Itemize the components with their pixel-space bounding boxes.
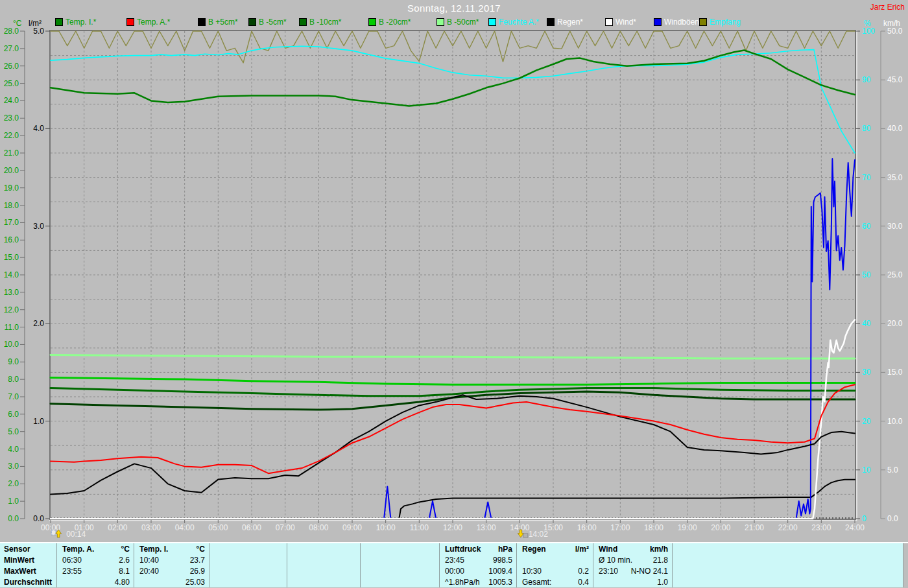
cell-label: 20:40	[139, 567, 159, 576]
svg-text:21.0: 21.0	[4, 148, 19, 158]
cell-value: 998.5	[493, 556, 512, 565]
table-header-cell: Temp. A.°C	[57, 543, 134, 554]
table-cell	[209, 565, 287, 576]
svg-text:40.0: 40.0	[887, 124, 903, 133]
table-cell	[287, 565, 361, 576]
table-header-cell: Windkm/h	[593, 543, 673, 554]
svg-text:13.0: 13.0	[4, 288, 19, 297]
svg-text:15.0: 15.0	[4, 253, 19, 262]
svg-text:04:00: 04:00	[175, 523, 195, 532]
svg-text:06:00: 06:00	[242, 523, 261, 532]
svg-text:09:00: 09:00	[342, 523, 362, 532]
table-header-cell	[209, 543, 287, 554]
table-cell	[287, 554, 361, 565]
table-cell: Gesamt:0.4	[517, 576, 593, 587]
cell-label: 23:55	[62, 567, 82, 576]
svg-text:17:00: 17:00	[610, 523, 630, 532]
cell-value: l/m²	[575, 545, 589, 554]
svg-text:21:00: 21:00	[745, 523, 764, 532]
table-cell: Ø 10 min.21.8	[593, 554, 673, 565]
table-header-cell: Regenl/m²	[517, 543, 593, 554]
series-wind	[51, 320, 855, 519]
cell-value: 1.0	[657, 578, 668, 587]
cell-label: 10:30	[522, 567, 542, 576]
svg-text:10.0: 10.0	[4, 340, 19, 349]
cell-label: Temp. I.	[139, 545, 168, 554]
cell-label: 23:10	[599, 567, 618, 576]
svg-text:10:00: 10:00	[376, 523, 396, 532]
svg-text:24:00: 24:00	[845, 523, 865, 532]
table-cell: 00:001009.4	[440, 565, 517, 576]
cell-value: 21.8	[653, 556, 668, 565]
svg-text:24.0: 24.0	[4, 96, 19, 105]
table-cell	[673, 554, 903, 565]
cell-value: 26.9	[190, 567, 205, 576]
svg-text:28.0: 28.0	[4, 27, 19, 36]
svg-text:8.0: 8.0	[8, 375, 19, 384]
cell-value: N-NO 24.1	[631, 567, 668, 576]
chart-plot-area[interactable]: 28.027.026.025.024.023.022.021.020.019.0…	[0, 0, 908, 542]
svg-text:19.0: 19.0	[4, 183, 19, 193]
svg-text:07:00: 07:00	[276, 523, 295, 532]
table-cell: 10:300.2	[517, 565, 593, 576]
svg-text:3.0: 3.0	[8, 462, 19, 471]
table-row-label: Durchschnitt	[0, 576, 57, 587]
svg-text:19:00: 19:00	[678, 523, 697, 532]
table-header-cell: LuftdruckhPa	[440, 543, 517, 554]
svg-text:23:00: 23:00	[811, 523, 831, 532]
cell-label: 06:30	[62, 556, 82, 565]
cell-value: 25.03	[185, 578, 205, 587]
svg-text:23.0: 23.0	[4, 113, 19, 123]
svg-text:1.0: 1.0	[33, 417, 44, 426]
cell-label: Regen	[522, 545, 546, 554]
svg-text:10: 10	[862, 465, 871, 475]
svg-text:20: 20	[862, 417, 871, 426]
cell-label: Gesamt:	[522, 578, 551, 587]
svg-text:30.0: 30.0	[887, 222, 903, 231]
table-cell: ^1.8hPa/h1005.3	[440, 576, 517, 587]
table-cell	[287, 576, 361, 587]
svg-text:15.0: 15.0	[887, 368, 903, 377]
weather-station-window: Sonntag, 12.11.2017 Jarz Erich °C l/m² %…	[0, 0, 908, 588]
svg-text:12:00: 12:00	[443, 523, 462, 532]
svg-text:03:00: 03:00	[141, 523, 161, 532]
cell-label: Durchschnitt	[4, 578, 52, 587]
svg-text:16:00: 16:00	[577, 523, 597, 532]
svg-text:70: 70	[862, 173, 871, 182]
svg-text:5.0: 5.0	[887, 465, 898, 475]
svg-text:2.0: 2.0	[8, 479, 19, 488]
svg-text:18:00: 18:00	[644, 523, 663, 532]
svg-text:4.0: 4.0	[8, 445, 19, 454]
svg-text:1.0: 1.0	[8, 497, 19, 506]
svg-text:22:00: 22:00	[778, 523, 798, 532]
svg-text:50.0: 50.0	[887, 27, 903, 36]
cell-label: Sensor	[4, 545, 30, 554]
svg-text:11.0: 11.0	[5, 323, 19, 332]
svg-text:02:00: 02:00	[108, 523, 127, 532]
table-row-label: MinWert	[0, 554, 57, 565]
svg-text:13:00: 13:00	[477, 523, 496, 532]
svg-text:2.0: 2.0	[33, 319, 44, 328]
svg-text:40: 40	[862, 319, 871, 328]
table-cell: 1.0	[593, 576, 673, 587]
svg-text:60: 60	[862, 222, 871, 231]
cell-value: hPa	[498, 545, 512, 554]
table-cell	[517, 554, 593, 565]
table-header-cell	[673, 543, 903, 554]
table-cell: 23:558.1	[57, 565, 134, 576]
svg-text:100: 100	[862, 27, 875, 36]
svg-text:11:00: 11:00	[410, 523, 429, 532]
svg-text:90: 90	[862, 75, 871, 84]
cell-label: Temp. A.	[62, 545, 94, 554]
cell-label: MaxWert	[4, 567, 36, 576]
table-cell: 06:302.6	[57, 554, 134, 565]
svg-text:30: 30	[862, 368, 871, 377]
svg-text:0.0: 0.0	[33, 514, 44, 523]
cell-label: MinWert	[4, 556, 34, 565]
svg-text:0.0: 0.0	[8, 514, 19, 523]
cell-value: 0.2	[578, 567, 589, 576]
table-cell: 4.80	[57, 576, 134, 587]
svg-text:20.0: 20.0	[4, 166, 19, 175]
cell-label: ^1.8hPa/h	[445, 578, 480, 587]
table-header-cell	[361, 543, 440, 554]
